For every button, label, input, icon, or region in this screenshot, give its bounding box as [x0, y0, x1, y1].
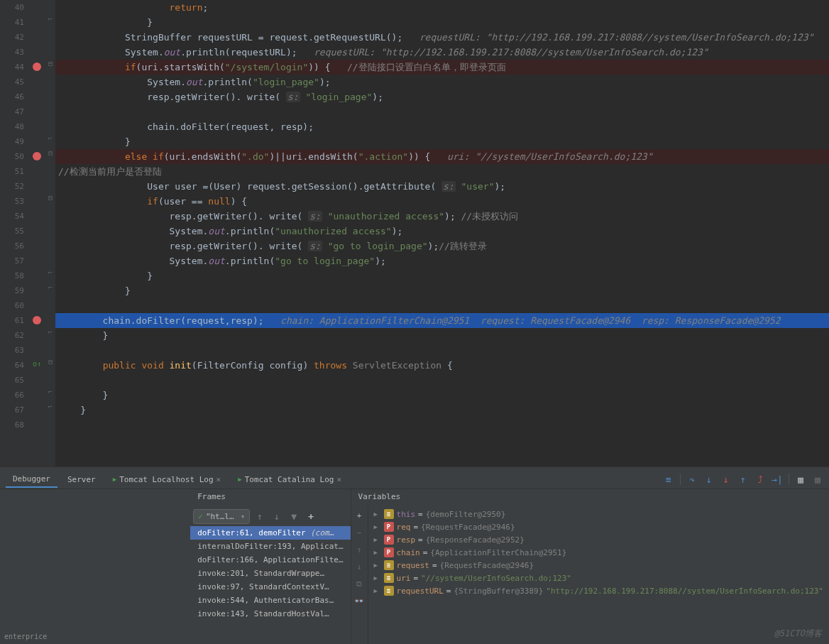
force-step-into-icon[interactable]: ↓: [720, 474, 732, 485]
debug-tabs: Debugger Server ▶Tomcat Localhost Log× ▶…: [0, 470, 829, 489]
gutter-marks[interactable]: o↑: [28, 0, 45, 466]
remove-watch-button[interactable]: −: [353, 526, 366, 539]
frame-item[interactable]: internalDoFilter:193, Applicat…: [190, 540, 350, 553]
tab-tomcat-catalina[interactable]: ▶Tomcat Catalina Log×: [231, 472, 348, 487]
code-line[interactable]: System.out.println("unauthorized access"…: [55, 224, 829, 239]
code-line[interactable]: System.out.println(requestURL); requestU…: [55, 45, 829, 60]
code-line[interactable]: public void init(FilterConfig config) th…: [55, 358, 829, 373]
code-line[interactable]: }: [55, 134, 829, 149]
breakpoint-icon[interactable]: [33, 316, 41, 324]
step-over-icon[interactable]: ↷: [686, 474, 698, 485]
add-button[interactable]: +: [304, 509, 318, 523]
variable-type-icon: ≡: [384, 586, 394, 596]
step-out-icon[interactable]: ↑: [737, 474, 749, 485]
frame-item[interactable]: invoke:544, AuthenticatorBas…: [190, 594, 350, 607]
frames-panel: Frames ✓ "ht…l… ▾ ↑ ↓ ▼ + doFilter:61, d…: [190, 489, 351, 644]
next-frame-button[interactable]: ↓: [270, 509, 284, 523]
tab-debugger[interactable]: Debugger: [6, 471, 57, 488]
check-icon: ✓: [198, 512, 203, 521]
line-numbers-gutter[interactable]: 4041424344454647484950515253545556575859…: [0, 0, 28, 466]
frame-item[interactable]: doFilter:166, ApplicationFilte…: [190, 553, 350, 567]
variable-item[interactable]: ▶≡ requestURL = {StringBuffer@3389} "htt…: [368, 584, 829, 597]
prev-frame-button[interactable]: ↑: [253, 509, 267, 523]
code-line[interactable]: //检测当前用户是否登陆: [55, 164, 829, 179]
expand-icon[interactable]: ▶: [374, 574, 381, 582]
frame-item[interactable]: invoke:143, StandardHostVal…: [190, 607, 350, 621]
code-line[interactable]: chain.doFilter(request,resp); chain: App…: [55, 313, 829, 328]
code-line[interactable]: }: [55, 15, 829, 30]
variable-type-icon: ≡: [384, 573, 394, 583]
expand-icon[interactable]: ▶: [374, 562, 381, 569]
variables-list[interactable]: ▶≡ this = {demoFilter@2950}▶P req = {Req…: [368, 506, 829, 644]
code-line[interactable]: System.out.println("go to login_page");: [55, 253, 829, 268]
dropdown-icon: ▾: [241, 512, 246, 521]
tab-debugger-label: Debugger: [13, 474, 50, 484]
tab-server[interactable]: Server: [60, 472, 103, 487]
code-line[interactable]: chain.doFilter(request, resp);: [55, 119, 829, 134]
variable-type-icon: P: [384, 522, 394, 532]
frame-item[interactable]: invoke:97, StandardContextV…: [190, 580, 350, 594]
code-line[interactable]: [55, 298, 829, 313]
override-icon[interactable]: o↑: [33, 360, 41, 368]
code-line[interactable]: [55, 104, 829, 119]
move-up-button[interactable]: ↑: [353, 543, 366, 556]
code-line[interactable]: [55, 373, 829, 388]
tab-tomcat-catalina-label: Tomcat Catalina Log: [245, 475, 334, 484]
breakpoint-icon[interactable]: [33, 62, 41, 71]
new-watch-button[interactable]: +: [353, 509, 366, 522]
tab-tomcat-localhost[interactable]: ▶Tomcat Localhost Log×: [106, 472, 229, 487]
frame-item[interactable]: invoke:201, StandardWrappe…: [190, 567, 350, 580]
code-line[interactable]: else if(uri.endsWith(".do")||uri.endsWit…: [55, 149, 829, 164]
gutter-fold[interactable]: ⌐⊟⌐⊟⊟⌐⌐⌐⊟⌐⌐: [45, 0, 55, 466]
variable-item[interactable]: ▶≡ this = {demoFilter@2950}: [368, 508, 829, 520]
code-line[interactable]: resp.getWriter(). write( s: "login_page"…: [55, 89, 829, 104]
code-line[interactable]: resp.getWriter(). write( s: "go to login…: [55, 239, 829, 253]
variable-item[interactable]: ▶≡ request = {RequestFacade@2946}: [368, 559, 829, 572]
run-to-cursor-icon[interactable]: →|: [772, 474, 783, 485]
expand-icon[interactable]: ▶: [374, 536, 381, 543]
expand-icon[interactable]: ▶: [374, 587, 381, 594]
variable-item[interactable]: ▶P chain = {ApplicationFilterChain@2951}: [368, 546, 829, 559]
code-area[interactable]: return; } StringBuffer requestURL = requ…: [55, 0, 829, 466]
code-line[interactable]: }: [55, 283, 829, 298]
move-down-button[interactable]: ↓: [353, 560, 366, 573]
drop-frame-icon[interactable]: ⤴: [754, 474, 766, 485]
code-line[interactable]: }: [55, 268, 829, 283]
frame-item[interactable]: doFilter:61, demoFilter (com…: [190, 526, 350, 540]
close-icon[interactable]: ×: [216, 475, 221, 484]
expand-icon[interactable]: ▶: [374, 523, 381, 530]
variables-header: Variables: [351, 489, 829, 506]
code-line[interactable]: [55, 343, 829, 358]
code-line[interactable]: User user =(User) request.getSession().g…: [55, 179, 829, 194]
variables-body: + − ↑ ↓ ⧉ 👓 ▶≡ this = {demoFilter@2950}▶…: [351, 506, 829, 644]
code-line[interactable]: if(uri.startsWith("/system/login")) { //…: [55, 60, 829, 75]
step-into-icon[interactable]: ↓: [703, 474, 715, 485]
close-icon[interactable]: ×: [337, 475, 342, 484]
thread-select[interactable]: ✓ "ht…l… ▾: [193, 509, 250, 524]
frames-toolbar: ✓ "ht…l… ▾ ↑ ↓ ▼ +: [190, 506, 350, 526]
play-icon: ▶: [113, 476, 116, 483]
show-watches-button[interactable]: 👓: [353, 594, 366, 607]
duplicate-button[interactable]: ⧉: [353, 577, 366, 590]
filter-button[interactable]: ▼: [287, 509, 301, 523]
code-line[interactable]: StringBuffer requestURL = request.getReq…: [55, 30, 829, 45]
variable-item[interactable]: ▶P resp = {ResponseFacade@2952}: [368, 533, 829, 546]
expand-icon[interactable]: ▶: [374, 549, 381, 556]
code-line[interactable]: if(user == null) {: [55, 194, 829, 209]
breakpoint-icon[interactable]: [33, 152, 41, 160]
variable-item[interactable]: ▶P req = {RequestFacade@2946}: [368, 520, 829, 533]
frames-list[interactable]: doFilter:61, demoFilter (com…internalDoF…: [190, 526, 350, 621]
play-icon: ▶: [238, 476, 241, 483]
code-line[interactable]: return;: [55, 0, 829, 15]
code-line[interactable]: }: [55, 388, 829, 403]
code-line[interactable]: resp.getWriter(). write( s: "unauthorize…: [55, 209, 829, 224]
code-line[interactable]: System.out.println("login_page");: [55, 75, 829, 89]
expand-icon[interactable]: ▶: [374, 511, 381, 518]
code-line[interactable]: }: [55, 328, 829, 343]
show-execution-point-icon[interactable]: ≡: [663, 474, 674, 485]
evaluate-expression-icon[interactable]: ▦: [795, 474, 806, 485]
code-line[interactable]: [55, 417, 829, 432]
trace-icon[interactable]: ▦: [812, 474, 823, 485]
variable-item[interactable]: ▶≡ uri = "//system/UserInfoSearch.do;123…: [368, 572, 829, 584]
code-line[interactable]: }: [55, 403, 829, 417]
